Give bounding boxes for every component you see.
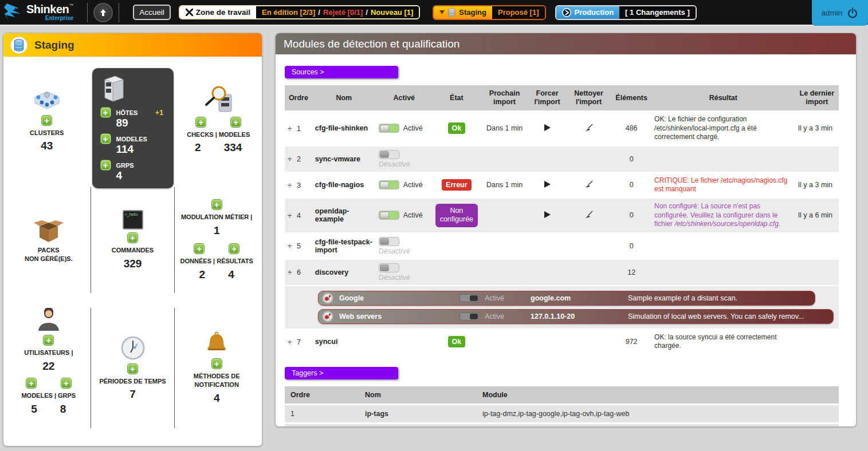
add-host-group-button[interactable]	[100, 160, 111, 171]
tagger-name[interactable]: ip-tags	[359, 404, 477, 423]
user-models-groups-label[interactable]: MODELES | GRPS	[21, 391, 76, 400]
clusters-count[interactable]: 43	[41, 140, 53, 152]
row-order: 6	[297, 268, 301, 276]
clusters-label[interactable]: CLUSTERS	[30, 129, 64, 137]
source-name[interactable]: cfg-file-shinken	[312, 111, 376, 146]
taggers-section-button[interactable]: Taggers >	[285, 367, 398, 379]
workzone-widget[interactable]: Zone de travail En édition [2/3] / Rejet…	[179, 5, 420, 19]
scan-toggle[interactable]	[459, 312, 479, 321]
clean-import-broom-icon[interactable]	[584, 123, 594, 132]
force-import-button[interactable]	[544, 181, 551, 188]
add-host-model-button[interactable]	[100, 133, 111, 144]
add-notification-method-button[interactable]	[211, 358, 222, 369]
staging-proposed-badge[interactable]: Proposé [1]	[492, 6, 545, 19]
production-button[interactable]: Production	[556, 6, 620, 19]
col-dernier-import: Le dernier import	[795, 85, 839, 111]
add-user-button[interactable]	[43, 335, 54, 346]
packs-block[interactable]: PACKS NON GÉRÉ(E)S.	[7, 187, 91, 293]
shinken-logo[interactable]: Shinken™ Enterprise	[0, 2, 81, 23]
scan-toggle[interactable]	[459, 294, 479, 302]
add-result-button[interactable]	[229, 243, 239, 254]
add-check-model-button[interactable]	[230, 117, 241, 128]
users-label[interactable]: UTILISATEURS |	[24, 349, 73, 357]
scan-target: google.com	[531, 294, 622, 302]
workzone-editing-count[interactable]: En édition [2/3]	[262, 8, 315, 17]
discovery-scan-web-servers[interactable]: Web servers Activé 127.0.1.10-20 Simulat…	[318, 309, 834, 324]
discovery-scan-google[interactable]: Google Activé google.com Sample example …	[318, 291, 815, 306]
source-name[interactable]: discovery	[312, 259, 376, 286]
clean-import-broom-icon[interactable]	[584, 180, 594, 189]
results-count[interactable]: 4	[228, 268, 234, 281]
drag-handle-icon[interactable]: ÷	[288, 155, 297, 163]
power-icon[interactable]	[847, 7, 858, 19]
toggle-label: Activé	[403, 181, 423, 189]
source-name[interactable]: syncui	[312, 329, 376, 354]
notification-methods-count[interactable]: 4	[214, 392, 220, 405]
timeperiods-count[interactable]: 7	[129, 388, 136, 401]
modules-panel-title: Modules de détection et qualification	[284, 38, 459, 50]
scroll-top-button[interactable]	[93, 3, 113, 22]
active-toggle[interactable]	[379, 150, 399, 159]
add-host-button[interactable]	[100, 107, 111, 118]
staging-dropdown[interactable]: Staging	[434, 6, 492, 19]
staging-widget[interactable]: Staging Proposé [1]	[433, 5, 545, 20]
active-toggle[interactable]	[379, 180, 399, 189]
add-cluster-button[interactable]	[41, 115, 52, 126]
check-models-count[interactable]: 334	[224, 141, 242, 154]
source-name[interactable]: cfg-file-nagios	[312, 172, 376, 198]
add-timeperiod-button[interactable]	[127, 363, 138, 374]
user-models-count[interactable]: 5	[31, 403, 37, 416]
timeperiods-label[interactable]: PÉRIODES DE TEMPS	[99, 377, 166, 386]
col-ordre: Ordre	[285, 85, 312, 111]
workzone-rejected-count[interactable]: Rejeté [0/1]	[323, 8, 363, 17]
data-results-label[interactable]: DONNÉES | RÉSULTATS	[180, 257, 253, 266]
business-modulation-count[interactable]: 1	[214, 224, 220, 237]
tagger-name[interactable]: regexp-tags	[359, 423, 477, 427]
add-check-button[interactable]	[195, 117, 206, 128]
status-badge: Erreur	[442, 179, 472, 191]
drag-handle-icon[interactable]: ÷	[288, 242, 297, 250]
workzone-new-count[interactable]: Nouveau [1]	[371, 8, 413, 17]
tagger-row-regexp-tags[interactable]: 1 regexp-tags sync-regexp-tag	[285, 423, 839, 427]
drag-handle-icon[interactable]: ÷	[288, 338, 297, 346]
source-name[interactable]: openldap-example	[312, 198, 376, 233]
active-toggle[interactable]	[379, 211, 399, 220]
user-groups-count[interactable]: 8	[60, 403, 66, 416]
home-button[interactable]: Accueil	[133, 5, 171, 20]
drag-handle-icon[interactable]: ÷	[288, 124, 297, 133]
source-name[interactable]: cfg-file-testpack-import	[312, 233, 376, 259]
checks-label[interactable]: CHECKS | MODELES	[187, 130, 250, 139]
drag-handle-icon[interactable]: ÷	[288, 211, 297, 220]
checks-count[interactable]: 2	[195, 141, 201, 154]
add-business-modulation-button[interactable]	[211, 199, 222, 210]
force-import-button[interactable]	[544, 211, 551, 218]
data-count[interactable]: 2	[199, 268, 206, 281]
sources-section-button[interactable]: Sources >	[285, 66, 398, 78]
add-user-model-button[interactable]	[26, 378, 37, 389]
active-toggle[interactable]	[379, 124, 399, 133]
production-changes-badge[interactable]: [ 1 Changements ]	[619, 6, 696, 19]
hosts-tile[interactable]: HÔTES +1 89 MODELES 114 GRPS	[92, 68, 174, 188]
add-user-group-button[interactable]	[61, 378, 72, 389]
clean-import-broom-icon[interactable]	[584, 210, 594, 219]
gears-icon	[322, 292, 333, 304]
commands-count[interactable]: 329	[124, 258, 142, 270]
workzone-button[interactable]: Zone de travail	[180, 6, 256, 18]
users-count[interactable]: 22	[42, 360, 54, 373]
business-modulation-label[interactable]: MODULATION MÉTIER |	[181, 213, 252, 221]
admin-menu[interactable]: admin	[812, 0, 868, 26]
add-command-button[interactable]	[127, 232, 138, 243]
active-toggle[interactable]	[379, 237, 399, 246]
production-widget[interactable]: Production [ 1 Changements ]	[555, 5, 697, 20]
add-data-button[interactable]	[194, 243, 205, 254]
tagger-row-ip-tags[interactable]: 1 ip-tags ip-tag-dmz,ip-tag-google,ip-ta…	[285, 404, 839, 423]
force-import-button[interactable]	[544, 124, 551, 131]
discovery-subrows: Google Activé google.com Sample example …	[285, 286, 839, 329]
col-prochain-import: Prochain import	[481, 85, 528, 111]
drag-handle-icon[interactable]: ÷	[288, 181, 297, 189]
active-toggle[interactable]	[379, 263, 399, 272]
drag-handle-icon[interactable]: ÷	[288, 268, 297, 276]
row-order: 1	[297, 125, 301, 133]
source-name[interactable]: sync-vmware	[312, 146, 376, 172]
commands-label[interactable]: COMMANDES	[112, 246, 154, 255]
